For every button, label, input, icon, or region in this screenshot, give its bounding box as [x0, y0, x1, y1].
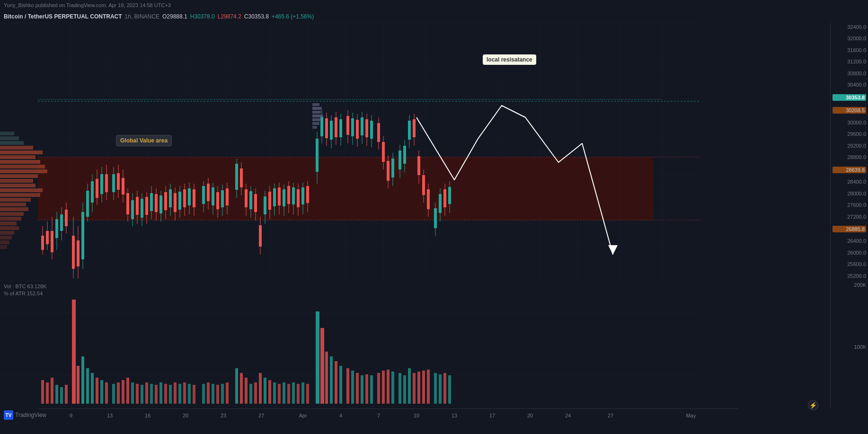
svg-rect-114 — [207, 184, 210, 201]
svg-rect-70 — [96, 179, 98, 198]
svg-rect-286 — [365, 374, 368, 404]
low-value: 29874.2 — [221, 13, 241, 20]
svg-rect-62 — [77, 240, 80, 266]
svg-rect-251 — [178, 384, 181, 404]
svg-rect-33 — [0, 198, 31, 202]
svg-rect-281 — [339, 366, 342, 404]
low-label: L29874.2 — [218, 13, 241, 20]
svg-rect-269 — [273, 382, 276, 404]
svg-rect-230 — [77, 366, 80, 404]
svg-rect-22 — [0, 146, 33, 150]
svg-rect-46 — [0, 141, 24, 145]
svg-rect-104 — [178, 192, 181, 210]
svg-rect-148 — [292, 187, 295, 204]
tv-logo-icon: TV — [4, 410, 13, 420]
svg-rect-41 — [0, 236, 12, 239]
svg-rect-124 — [235, 164, 238, 190]
svg-rect-100 — [169, 189, 172, 207]
svg-rect-268 — [268, 380, 271, 404]
svg-rect-264 — [249, 384, 252, 404]
svg-rect-160 — [325, 118, 328, 138]
svg-rect-98 — [164, 192, 167, 210]
svg-rect-234 — [96, 378, 98, 404]
svg-rect-275 — [301, 382, 304, 404]
svg-rect-54 — [55, 219, 58, 238]
svg-rect-247 — [159, 382, 162, 404]
svg-rect-289 — [382, 371, 385, 404]
svg-rect-297 — [422, 371, 425, 404]
svg-rect-231 — [81, 356, 84, 404]
svg-rect-34 — [0, 203, 26, 206]
svg-rect-278 — [325, 352, 328, 404]
vol-btc-label: Vol · BTC 63.128K — [4, 283, 47, 290]
svg-rect-216 — [312, 126, 317, 129]
svg-marker-209 — [608, 245, 618, 255]
svg-rect-292 — [399, 373, 401, 404]
price-26885: 26885.8 — [833, 226, 866, 232]
svg-rect-150 — [297, 189, 300, 207]
vol-atr-label: % of ATR 152.54 — [4, 290, 47, 297]
svg-rect-36 — [0, 212, 24, 216]
svg-rect-152 — [301, 187, 304, 204]
svg-rect-192 — [408, 121, 411, 140]
svg-rect-56 — [60, 214, 63, 231]
change-value: +465.6 (+1.56%) — [272, 13, 314, 20]
svg-rect-245 — [150, 384, 153, 404]
svg-rect-156 — [316, 139, 319, 172]
price-30208: 30208.5 — [833, 107, 866, 114]
svg-rect-28 — [0, 174, 38, 178]
svg-rect-27 — [0, 169, 47, 173]
chart-container: Yuriy_Bishko published on TradingView.co… — [0, 0, 868, 434]
svg-rect-96 — [159, 195, 162, 213]
svg-rect-277 — [320, 328, 324, 404]
svg-rect-296 — [417, 372, 420, 404]
svg-rect-2 — [0, 23, 700, 281]
svg-rect-210 — [312, 103, 319, 106]
svg-rect-295 — [413, 373, 416, 404]
svg-rect-32 — [0, 193, 40, 197]
svg-rect-273 — [292, 382, 295, 404]
lightning-icon[interactable]: ⚡ — [808, 400, 818, 410]
svg-rect-266 — [259, 373, 262, 404]
svg-rect-118 — [216, 192, 219, 209]
svg-rect-249 — [169, 385, 172, 404]
svg-rect-72 — [100, 174, 103, 194]
svg-rect-39 — [0, 226, 19, 230]
svg-rect-30 — [0, 184, 35, 187]
svg-rect-254 — [193, 385, 195, 404]
svg-rect-144 — [283, 189, 285, 206]
svg-rect-244 — [145, 382, 148, 404]
price-27600: 27600.0 — [833, 203, 866, 208]
svg-rect-142 — [278, 187, 281, 205]
svg-rect-241 — [131, 382, 134, 404]
svg-rect-120 — [221, 190, 224, 207]
svg-rect-102 — [174, 193, 177, 212]
svg-rect-108 — [188, 188, 191, 205]
time-16: 16 — [145, 413, 151, 418]
svg-rect-116 — [212, 187, 214, 205]
svg-rect-284 — [356, 373, 359, 404]
svg-rect-291 — [391, 372, 394, 404]
svg-rect-302 — [448, 375, 451, 404]
svg-rect-80 — [122, 178, 124, 195]
svg-rect-262 — [240, 373, 243, 404]
svg-rect-164 — [335, 117, 337, 137]
svg-rect-258 — [216, 385, 219, 404]
symbol-bar: Bitcoin / TetherUS PERPETUAL CONTRACT 1h… — [0, 10, 868, 23]
svg-rect-218 — [0, 281, 700, 408]
svg-rect-288 — [377, 373, 380, 404]
svg-rect-232 — [86, 368, 89, 404]
svg-rect-86 — [136, 197, 139, 215]
svg-rect-140 — [273, 188, 276, 206]
svg-rect-78 — [117, 173, 120, 190]
svg-rect-66 — [86, 191, 89, 217]
svg-rect-128 — [245, 189, 248, 207]
svg-rect-285 — [361, 375, 363, 404]
svg-rect-293 — [403, 375, 406, 404]
svg-rect-202 — [434, 208, 437, 228]
svg-rect-166 — [339, 119, 342, 137]
svg-rect-90 — [145, 197, 148, 215]
svg-rect-267 — [264, 378, 266, 404]
time-10: 10 — [414, 413, 419, 418]
price-26400: 26400.0 — [833, 239, 866, 244]
